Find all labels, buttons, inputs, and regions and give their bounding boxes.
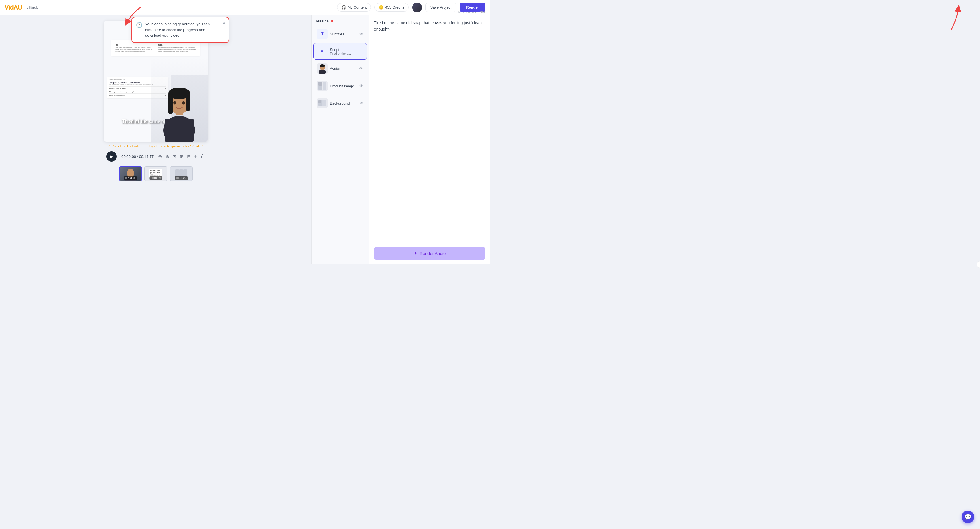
avatar-figure (156, 73, 202, 142)
warning-text: ⚠ It's not the final video yet, To get a… (108, 144, 204, 148)
svg-rect-5 (168, 93, 173, 113)
main-layout: Pro Share some details here for Service … (0, 15, 490, 264)
script-sublabel: Tired of the s... (330, 52, 363, 55)
logo: VidAU (5, 4, 22, 11)
save-project-button[interactable]: Save Project (425, 3, 457, 12)
pro-header: Pro (115, 43, 153, 46)
pro-text: Share some details here for Service one.… (115, 47, 153, 53)
my-content-button[interactable]: 🎧 My Content (337, 3, 371, 11)
svg-point-14 (320, 64, 325, 67)
eye-icon-subtitles[interactable]: 👁 (359, 32, 363, 36)
svg-rect-1 (165, 119, 194, 142)
eye-icon-product[interactable]: 👁 (359, 84, 363, 88)
residual-input: Residual input: 964 (458, 10, 485, 14)
total-time: 00:14.77 (139, 155, 154, 159)
con-text: Share some details here for Service two.… (158, 47, 197, 53)
align-icon[interactable]: ⊟ (187, 154, 191, 159)
logo-vid: Vid (5, 4, 14, 11)
play-button[interactable]: ▶ (106, 151, 117, 162)
timeline-thumb-1[interactable]: 00:03.66 (119, 166, 142, 181)
avatar-label: Avatar (330, 67, 357, 71)
product-image-thumbnail (317, 81, 328, 91)
my-content-label: My Content (348, 5, 367, 10)
warning-message: It's not the final video yet, To get acc… (112, 144, 204, 148)
logo-au: AU (14, 4, 22, 11)
product-image-label: Product Image (330, 84, 357, 88)
svg-rect-6 (186, 93, 190, 111)
properties-panel: Tired of the same old soap that leaves y… (369, 15, 490, 264)
scene-name: Jessica ✕ (312, 17, 369, 25)
layer-script[interactable]: ≡ Script Tired of the s... (313, 43, 367, 60)
avatar-thumbnail (317, 64, 328, 74)
headphone-icon: 🎧 (341, 5, 346, 10)
eye-icon-background[interactable]: 👁 (359, 101, 363, 105)
svg-point-8 (182, 101, 185, 105)
thumb-time-3: 00:06.22 (175, 176, 188, 180)
timeline-thumb-2[interactable]: H5 Part 2: Step Guidance How To... Googl… (144, 166, 167, 181)
notification-text: Your video is being generated, you can c… (145, 21, 217, 38)
clock-icon: 🕐 (136, 22, 142, 28)
current-time: 00:00.00 (121, 155, 136, 159)
layer-subtitles[interactable]: T Subtitles 👁 (313, 25, 367, 42)
playback-controls: ▶ 00:00.00 / 00:14.77 ⊖ ⊕ ⊡ ⊞ ⊟ + 🗑 (106, 151, 205, 162)
header-left: VidAU ‹ Back (5, 4, 38, 11)
subtitles-label: Subtitles (330, 32, 357, 36)
layer-avatar[interactable]: Avatar 👁 (313, 60, 367, 77)
render-label: Render (466, 5, 479, 10)
render-audio-label: Render Audio (420, 251, 446, 256)
timeline: 00:03.66 H5 Part 2: Step Guidance How To… (118, 165, 194, 182)
thumb-time-2: 00:04.89 (149, 176, 162, 180)
center-area: Pro Share some details here for Service … (0, 15, 312, 264)
header: VidAU ‹ Back 🎧 My Content 🪙 455 Credits … (0, 0, 490, 15)
notification-popup[interactable]: 🕐 Your video is being generated, you can… (131, 17, 229, 43)
time-separator: / (137, 155, 139, 159)
fit-icon[interactable]: ⊡ (173, 154, 176, 159)
script-label: Script (330, 48, 363, 52)
back-label: Back (29, 5, 38, 10)
con-header: Con (158, 43, 197, 46)
layer-background[interactable]: Background 👁 (313, 95, 367, 112)
user-avatar[interactable] (412, 3, 422, 13)
script-text: Tired of the same old soap that leaves y… (374, 19, 485, 247)
scene-label: Jessica (315, 19, 329, 23)
layer-product-image[interactable]: Product Image 👁 (313, 78, 367, 94)
back-button[interactable]: ‹ Back (27, 5, 38, 10)
background-thumbnail (317, 98, 328, 108)
eye-icon-avatar[interactable]: 👁 (359, 66, 363, 71)
back-chevron-icon: ‹ (27, 5, 28, 10)
svg-rect-18 (318, 82, 322, 86)
close-icon[interactable]: ✕ (222, 20, 226, 25)
time-display: 00:00.00 / 00:14.77 (121, 155, 154, 159)
subtitles-icon: T (317, 29, 328, 39)
credits-label: 455 Credits (385, 5, 404, 10)
script-icon: ≡ (317, 46, 328, 56)
thumb-time-1: 00:03.66 (124, 176, 137, 180)
render-audio-button[interactable]: ✦ Render Audio (374, 247, 485, 260)
warning-icon: ⚠ (108, 144, 111, 148)
layers-sidebar: Jessica ✕ T Subtitles 👁 ≡ Script Tired o… (312, 15, 369, 264)
svg-rect-17 (323, 82, 326, 90)
zoom-in-icon[interactable]: ⊕ (165, 154, 169, 159)
timeline-thumb-3[interactable]: 00:06.22 (170, 166, 193, 181)
svg-rect-21 (318, 100, 321, 103)
zoom-out-icon[interactable]: ⊖ (158, 154, 162, 159)
credits-button[interactable]: 🪙 455 Credits (374, 3, 409, 11)
avatar-overlay (151, 57, 208, 142)
svg-point-7 (173, 101, 176, 105)
sparkle-icon: ✦ (414, 251, 417, 256)
svg-rect-22 (322, 100, 326, 106)
add-icon[interactable]: + (194, 154, 197, 159)
control-icons: ⊖ ⊕ ⊡ ⊞ ⊟ + 🗑 (158, 154, 205, 159)
save-project-label: Save Project (430, 5, 452, 10)
coin-icon: 🪙 (379, 5, 383, 10)
scene-close-icon[interactable]: ✕ (331, 19, 334, 23)
background-label: Background (330, 101, 357, 105)
split-icon[interactable]: ⊞ (180, 154, 183, 159)
delete-icon[interactable]: 🗑 (200, 154, 205, 159)
script-info: Script Tired of the s... (330, 48, 363, 55)
